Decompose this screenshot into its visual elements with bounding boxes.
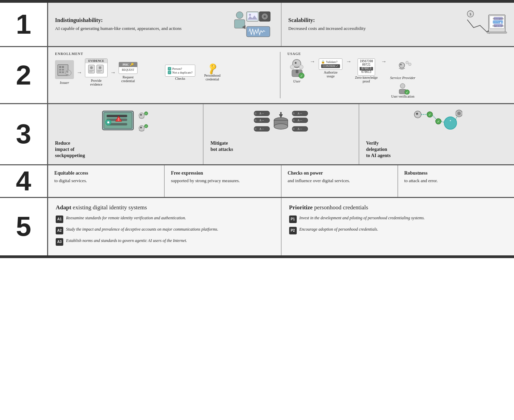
adapt-title-bold: Adapt <box>56 204 71 211</box>
text-p2: Encourage adoption of personhood credent… <box>299 226 507 232</box>
arrow-4: → <box>346 58 351 65</box>
user-verif-svg: ✓ <box>395 82 411 95</box>
svg-rect-29 <box>59 71 61 73</box>
enrollment-section: ENROLLMENT <box>55 52 281 98</box>
svg-rect-108 <box>458 115 460 117</box>
prioritize-title-bold: Prioritize <box>289 204 313 211</box>
adapt-title: Adapt existing digital identity systems <box>56 204 273 211</box>
section-indistinguishability: Indistinguishability: AI capable of gene… <box>48 3 282 46</box>
zkp-label: Zero-knowledgeproof <box>355 76 378 83</box>
action-p1: P1 Invest in the development and pilotin… <box>289 215 507 223</box>
indist-desc: AI capable of generating human-like cont… <box>55 25 224 32</box>
phc-cred-node: 🔑 Personhoodcredential <box>204 64 220 81</box>
svg-point-44 <box>299 65 303 69</box>
usage-section: USAGE <box>284 52 507 98</box>
bottom-border <box>0 255 514 258</box>
svg-point-92 <box>293 119 295 121</box>
sockpuppet-icon-area: ! ✓ <box>55 109 196 137</box>
svg-text:text-to-speech: text-to-speech <box>493 18 504 20</box>
zkp-box: 19567390 09721 878813 678613 <box>358 58 375 76</box>
row-2-content: ENROLLMENT <box>48 47 514 103</box>
svg-point-70 <box>139 125 144 131</box>
evidence-node: EVIDENCE <box>85 58 108 86</box>
check-person: ✓ Person? <box>168 67 193 70</box>
svg-point-106 <box>457 112 461 115</box>
svg-rect-25 <box>59 66 61 68</box>
section-3-full: ! ✓ <box>48 104 514 164</box>
svg-text:✓: ✓ <box>406 91 408 94</box>
row-3-content: ! ✓ <box>48 104 514 164</box>
svg-point-8 <box>264 15 266 18</box>
indist-icon <box>231 10 272 39</box>
row-number-4: 4 <box>0 165 48 197</box>
equitable-text: to digital services. <box>54 178 158 184</box>
user-svg: ✓ <box>287 58 306 79</box>
issuer-svg <box>57 62 72 77</box>
prioritize-title: Prioritize personhood credentials <box>289 204 507 211</box>
scale-text: Scalability: Decreased costs and increas… <box>288 17 458 32</box>
svg-point-65 <box>107 121 109 123</box>
enrollment-flow: Issuer → EVIDENCE <box>55 58 275 86</box>
action-a1: A1 Reexamine standards for remote identi… <box>56 215 273 223</box>
robustness-panel: Robustness to attack and error. <box>398 165 514 197</box>
indist-icon-area <box>229 10 274 39</box>
svg-point-76 <box>274 124 288 129</box>
row-5-content: Adapt existing digital identity systems … <box>48 198 514 255</box>
user-label: User <box>293 79 300 83</box>
action-p2: P2 Encourage adoption of personhood cred… <box>289 226 507 234</box>
robustness-text: to attack and error. <box>404 178 508 184</box>
row-3: 3 ! <box>0 104 514 165</box>
usage-label: USAGE <box>287 52 507 56</box>
svg-line-112 <box>433 115 436 119</box>
phc-box: PHC 🔑 REQUEST <box>119 62 138 74</box>
evidence-box: EVIDENCE <box>85 58 108 77</box>
prioritize-title-rest: personhood credentials <box>313 204 368 211</box>
evidence-header: EVIDENCE <box>85 59 107 63</box>
prioritize-section: Prioritize personhood credentials P1 Inv… <box>282 198 514 255</box>
checks-power-text: and influence over digital services. <box>288 178 391 184</box>
action-a3: A3 Establish norms and standards to gove… <box>56 238 273 246</box>
free-expression-title: Free expression <box>171 170 274 176</box>
action-a2: A2 Study the impact and prevalence of de… <box>56 226 273 234</box>
svg-rect-110 <box>461 112 462 115</box>
text-a2: Study the impact and prevalence of decep… <box>66 226 273 232</box>
phc-header: PHC 🔑 <box>119 62 137 67</box>
issuer-label: Issuer <box>60 80 69 85</box>
svg-point-53 <box>400 84 405 88</box>
svg-point-32 <box>66 71 68 73</box>
issuer-node: Issuer <box>55 60 74 85</box>
checks-box: ✓ Person? ✓ Not a duplicate? <box>165 65 195 77</box>
svg-text:A ···: A ··· <box>298 112 302 115</box>
checks-power-title: Checks on power <box>288 170 391 176</box>
ai-deleg-icon-area: ✓ ✓ ⋆ <box>366 109 507 137</box>
svg-point-50 <box>400 64 402 65</box>
top-border <box>0 0 514 3</box>
phc-cred-label: Personhoodcredential <box>204 74 220 81</box>
confirm-btn: CONFIRM ✓ <box>321 64 340 68</box>
badge-p1: P1 <box>289 215 297 223</box>
equitable-panel: Equitable access to digital services. <box>48 165 165 197</box>
phc-node: PHC 🔑 REQUEST Requestcredential <box>119 62 138 83</box>
user-verif-node: ✓ User verification <box>390 82 416 98</box>
ai-deleg-panel: ✓ ✓ ⋆ <box>359 104 514 164</box>
badge-a3: A3 <box>56 238 63 246</box>
bot-svg: A ··· A ··· A ··· A ··· <box>253 109 308 137</box>
adapt-title-rest: existing digital identity systems <box>71 204 147 211</box>
provide-evidence-label: Provideevidence <box>90 79 102 86</box>
svg-point-71 <box>140 127 142 129</box>
service-provider-node: Service Provider <box>390 58 416 80</box>
svg-text:✓: ✓ <box>145 125 147 128</box>
zkp-node: 19567390 09721 878813 678613 Zero-knowle… <box>355 58 378 83</box>
row-2: 2 ENROLLMENT <box>0 47 514 104</box>
svg-point-80 <box>254 112 256 114</box>
free-expression-text: supported by strong privacy measures. <box>171 178 274 184</box>
scale-desc: Decreased costs and increased accessibil… <box>288 25 458 32</box>
free-expression-panel: Free expression supported by strong priv… <box>165 165 281 197</box>
ai-deleg-svg: ✓ ✓ ⋆ <box>411 109 462 137</box>
svg-point-51 <box>406 61 408 64</box>
svg-rect-26 <box>62 66 64 68</box>
page-wrapper: 1 Indistinguishability: AI capable of ge… <box>0 0 514 258</box>
badge-a2: A2 <box>56 227 63 234</box>
adapt-section: Adapt existing digital identity systems … <box>48 198 282 255</box>
svg-line-113 <box>441 121 444 122</box>
